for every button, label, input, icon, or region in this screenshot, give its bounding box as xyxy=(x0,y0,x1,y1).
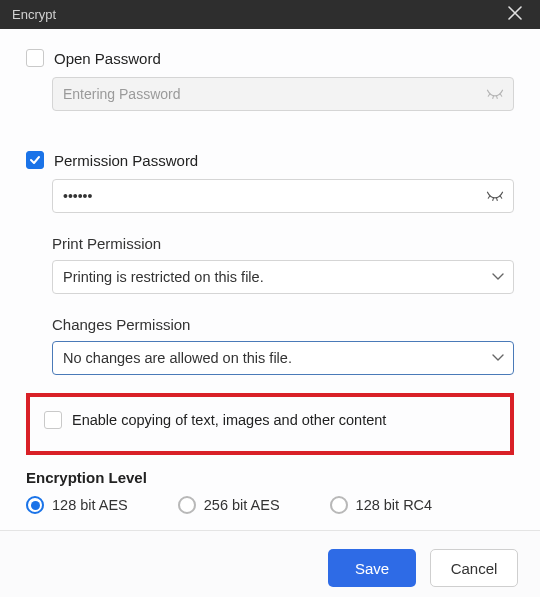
changes-permission-select-wrap: No changes are allowed on this file. xyxy=(52,341,514,375)
print-permission-value: Printing is restricted on this file. xyxy=(63,269,264,285)
svg-line-6 xyxy=(497,198,498,201)
svg-line-3 xyxy=(500,94,502,96)
open-password-row: Open Password xyxy=(26,49,514,67)
enable-copy-label: Enable copying of text, images and other… xyxy=(72,412,386,428)
print-permission-label: Print Permission xyxy=(52,235,514,252)
radio-128-rc4[interactable]: 128 bit RC4 xyxy=(330,496,433,514)
print-permission-select[interactable]: Printing is restricted on this file. xyxy=(52,260,514,294)
changes-permission-select[interactable]: No changes are allowed on this file. xyxy=(52,341,514,375)
svg-line-0 xyxy=(488,94,490,96)
radio-icon xyxy=(178,496,196,514)
encryption-level-label: Encryption Level xyxy=(26,469,514,486)
permission-password-input-wrap xyxy=(52,179,514,213)
svg-line-1 xyxy=(493,96,494,99)
radio-128-rc4-label: 128 bit RC4 xyxy=(356,497,433,513)
open-password-checkbox[interactable] xyxy=(26,49,44,67)
radio-128-aes-label: 128 bit AES xyxy=(52,497,128,513)
print-permission-select-wrap: Printing is restricted on this file. xyxy=(52,260,514,294)
title-bar: Encrypt xyxy=(0,0,540,29)
permission-password-input[interactable] xyxy=(52,179,514,213)
eye-icon[interactable] xyxy=(486,190,504,202)
window-title: Encrypt xyxy=(12,7,56,22)
encryption-level-radios: 128 bit AES 256 bit AES 128 bit RC4 xyxy=(26,496,514,514)
enable-copy-checkbox[interactable] xyxy=(44,411,62,429)
open-password-input-wrap xyxy=(52,77,514,111)
radio-icon xyxy=(330,496,348,514)
svg-line-2 xyxy=(497,96,498,99)
permission-password-label: Permission Password xyxy=(54,152,198,169)
radio-128-aes[interactable]: 128 bit AES xyxy=(26,496,128,514)
eye-icon xyxy=(486,88,504,100)
radio-icon xyxy=(26,496,44,514)
svg-line-4 xyxy=(488,196,490,198)
close-icon[interactable] xyxy=(502,0,528,29)
cancel-button[interactable]: Cancel xyxy=(430,549,518,587)
changes-permission-label: Changes Permission xyxy=(52,316,514,333)
dialog-content: Open Password Permission Password Print … xyxy=(0,29,540,530)
open-password-label: Open Password xyxy=(54,50,161,67)
open-password-input xyxy=(52,77,514,111)
dialog-footer: Save Cancel xyxy=(0,530,540,597)
changes-permission-value: No changes are allowed on this file. xyxy=(63,350,292,366)
permission-password-row: Permission Password xyxy=(26,151,514,169)
highlighted-option-box: Enable copying of text, images and other… xyxy=(26,393,514,455)
svg-line-5 xyxy=(493,198,494,201)
save-button[interactable]: Save xyxy=(328,549,416,587)
permission-password-checkbox[interactable] xyxy=(26,151,44,169)
radio-256-aes-label: 256 bit AES xyxy=(204,497,280,513)
enable-copy-row: Enable copying of text, images and other… xyxy=(44,411,496,429)
radio-256-aes[interactable]: 256 bit AES xyxy=(178,496,280,514)
svg-line-7 xyxy=(500,196,502,198)
